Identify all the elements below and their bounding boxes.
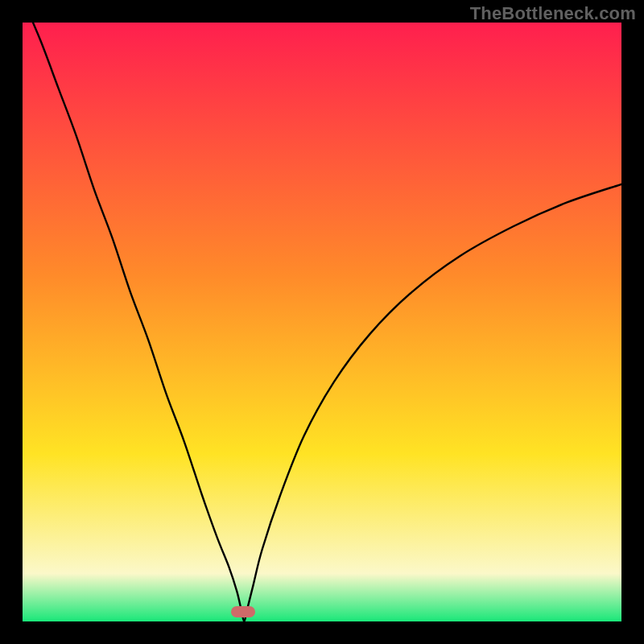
min-marker <box>231 606 255 617</box>
watermark-text: TheBottleneck.com <box>470 3 636 24</box>
gradient-background <box>23 23 621 621</box>
chart-frame: TheBottleneck.com <box>0 0 644 644</box>
plot-area <box>23 23 621 621</box>
bottleneck-plot-svg <box>23 23 621 621</box>
